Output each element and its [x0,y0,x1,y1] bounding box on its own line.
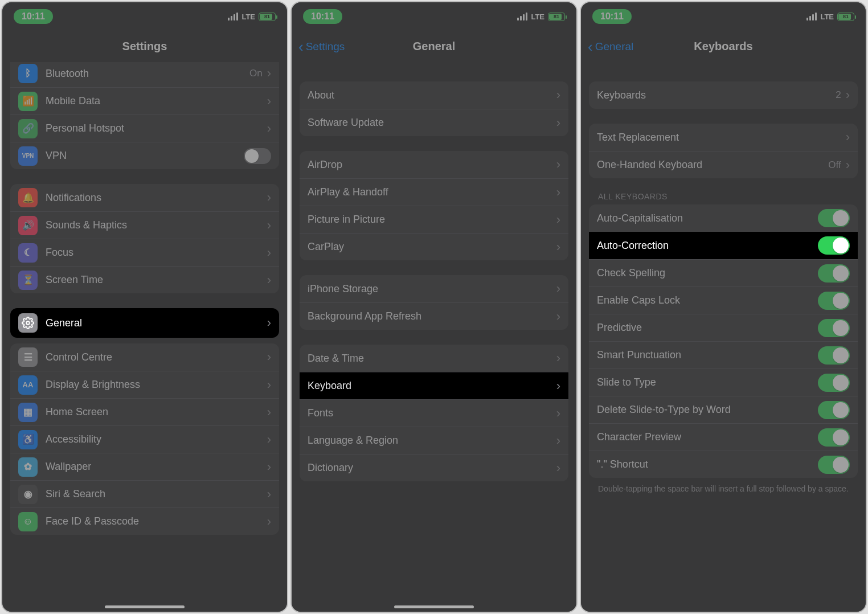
chevron-right-icon: › [556,116,560,130]
row-label: Focus [46,247,267,259]
settings-row[interactable]: VPNVPN [10,142,279,169]
row-label: Wallpaper [46,461,267,473]
list-row[interactable]: Fonts› [300,399,568,427]
row-label: Screen Time [46,274,267,286]
row-label: Notifications [46,192,267,204]
row-label: Check Spelling [597,267,818,279]
chevron-right-icon: › [846,158,850,173]
chevron-right-icon: › [556,88,560,103]
toggle[interactable] [818,264,850,283]
list-row[interactable]: One-Handed KeyboardOff› [589,151,858,178]
list-row[interactable]: Language & Region› [300,427,568,454]
list-row[interactable]: AirPlay & Handoff› [300,178,568,206]
row-label: Slide to Type [597,376,818,388]
chevron-right-icon: › [556,157,560,172]
list-row[interactable]: Keyboard› [300,372,568,399]
nav-header: ‹General Keyboards [581,31,866,62]
list-row[interactable]: Dictionary› [300,454,568,481]
chevron-right-icon: › [556,461,560,476]
toggle[interactable] [818,209,850,227]
settings-row[interactable]: ♿Accessibility› [10,425,279,453]
toggle-row[interactable]: Enable Caps Lock [589,286,858,314]
settings-row[interactable]: 🔔Notifications› [10,184,279,211]
status-bar: 10:11 LTE 81 [2,2,287,31]
settings-row[interactable]: 🔗Personal Hotspot› [10,114,279,142]
toggle[interactable] [818,428,850,447]
row-label: Sounds & Haptics [46,219,267,231]
toggle[interactable] [818,346,850,365]
flower-icon: ✿ [18,457,38,477]
chevron-right-icon: › [267,514,271,529]
toggle[interactable] [818,292,850,310]
settings-row[interactable]: ⏳Screen Time› [10,266,279,293]
chevron-right-icon: › [556,309,560,324]
settings-row[interactable]: ☰Control Centre› [10,343,279,371]
toggle-row[interactable]: Character Preview [589,423,858,451]
nav-header: Settings [2,31,287,62]
settings-row[interactable]: AADisplay & Brightness› [10,371,279,398]
settings-row[interactable]: 📶Mobile Data› [10,87,279,114]
settings-row[interactable]: ✿Wallpaper› [10,453,279,480]
moon-icon: ☾ [18,243,38,263]
time-pill: 10:11 [14,9,53,24]
phone-panel-settings: 10:11 LTE 81 Settings ᛒBluetoothOn›📶Mobi… [1,1,288,613]
row-label: Auto-Correction [597,240,669,252]
settings-row[interactable]: 🔊Sounds & Haptics› [10,211,279,239]
toggle[interactable] [818,319,850,337]
settings-row[interactable]: ▦Home Screen› [10,398,279,425]
toggle-row[interactable]: "." Shortcut [589,451,858,478]
chevron-right-icon: › [267,218,271,233]
toggle-row[interactable]: Predictive [589,314,858,341]
svg-point-0 [26,321,30,325]
row-label: AirPlay & Handoff [308,186,556,198]
network-label: LTE [241,13,255,21]
settings-row[interactable]: ᛒBluetoothOn› [10,62,279,87]
settings-row[interactable]: ◉Siri & Search› [10,480,279,507]
home-indicator[interactable] [105,605,185,608]
toggle-row[interactable]: Slide to Type [589,369,858,396]
chevron-right-icon: › [267,350,271,365]
settings-row[interactable]: ☺Face ID & Passcode› [10,507,279,535]
toggle[interactable] [818,236,850,255]
toggle-row[interactable]: Auto-Capitalisation [589,204,858,232]
row-general[interactable]: General › [10,308,279,338]
list-row[interactable]: Background App Refresh› [300,302,568,330]
toggle-row[interactable]: Check Spelling [589,259,858,286]
back-button[interactable]: ‹Settings [298,39,345,54]
list-row[interactable]: CarPlay› [300,233,568,260]
list-row[interactable]: Date & Time› [300,345,568,372]
battery-icon: 81 [837,13,854,21]
toggle[interactable] [818,374,850,392]
list-row[interactable]: Picture in Picture› [300,206,568,233]
list-row[interactable]: iPhone Storage› [300,275,568,302]
home-indicator[interactable] [394,605,474,608]
settings-row[interactable]: ☾Focus› [10,239,279,266]
chevron-left-icon: ‹ [588,39,593,54]
list-row[interactable]: Text Replacement› [589,124,858,151]
list-row[interactable]: Software Update› [300,109,568,136]
list-row[interactable]: AirDrop› [300,151,568,178]
toggle[interactable] [818,456,850,474]
list-row[interactable]: About› [300,81,568,109]
chevron-right-icon: › [267,66,271,81]
keyboards-list[interactable]: Keyboards2› Text Replacement›One-Handed … [581,62,866,612]
toggle-row[interactable]: Delete Slide-to-Type by Word [589,396,858,423]
vpn-icon: VPN [18,146,38,166]
list-row[interactable]: Keyboards2› [589,81,858,109]
bell-icon: 🔔 [18,188,38,207]
row-label: Predictive [597,322,818,334]
toggle-row[interactable]: Smart Punctuation [589,341,858,369]
toggle-row-highlight[interactable]: Auto-Correction [589,232,858,259]
back-button[interactable]: ‹General [588,39,633,54]
bluetooth-icon: ᛒ [18,64,38,83]
speaker-icon: 🔊 [18,216,38,235]
toggle[interactable] [244,148,271,164]
general-list[interactable]: About›Software Update› AirDrop›AirPlay &… [292,62,576,612]
chevron-right-icon: › [846,88,850,103]
toggle[interactable] [818,401,850,419]
row-label: Smart Punctuation [597,349,818,361]
chevron-right-icon: › [556,240,560,255]
row-label: General [46,317,82,329]
page-title: Settings [122,40,167,53]
settings-list[interactable]: ᛒBluetoothOn›📶Mobile Data›🔗Personal Hots… [2,62,287,612]
